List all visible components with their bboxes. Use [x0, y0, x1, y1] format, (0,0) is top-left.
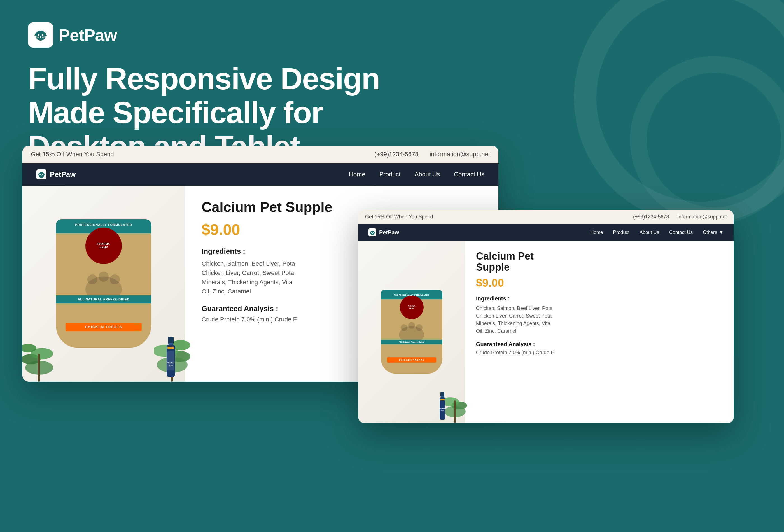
tablet-product-title: Calcium PetSupple [476, 251, 722, 273]
tablet-bag-freeze-dried-text: All Natural Freeze-Dried [384, 341, 440, 343]
tablet-bag-professionally-formulated: PROFESSIONALLY FORMULATED [394, 294, 429, 296]
svg-text:PHARMA: PHARMA [440, 408, 445, 409]
tablet-nav-brand: PetPaw [368, 228, 399, 236]
tablet-browser-mockup: Get 15% Off When You Spend (+99)1234-567… [358, 210, 734, 423]
svg-point-19 [99, 272, 109, 282]
tablet-contact-info: (+99)1234-5678 information@supp.net [633, 214, 727, 220]
bag-pharma-label: PHARMA HEMP [85, 228, 122, 264]
tablet-product-bag: PROFESSIONALLY FORMULATED PHARMA HEMP [381, 290, 442, 374]
tablet-product-image-area: PROFESSIONALLY FORMULATED PHARMA HEMP [358, 241, 465, 423]
svg-point-20 [110, 274, 120, 284]
svg-point-47 [408, 322, 415, 329]
svg-point-5 [40, 36, 41, 37]
tablet-nav-links: Home Product About Us Contact Us Others … [590, 230, 724, 235]
tablet-ingredients-text: Chicken, Salmon, Beef Liver, Pota Chicke… [476, 305, 722, 335]
svg-point-14 [39, 174, 40, 175]
bag-chicken-text: CHICKEN TREATS [68, 325, 139, 329]
svg-point-44 [372, 233, 373, 234]
dropper-bottle-desktop: PHARMA HEMP [162, 337, 179, 382]
tablet-bag-pharma-label: PHARMA HEMP [400, 296, 424, 319]
svg-rect-35 [167, 351, 174, 370]
desktop-topbar: Get 15% Off When You Spend (+99)1234-567… [22, 146, 498, 163]
tablet-bag-body [381, 319, 442, 342]
svg-point-4 [42, 34, 44, 36]
tablet-analysis-label: Guaranteed Analysis : [476, 341, 722, 347]
tablet-content: PROFESSIONALLY FORMULATED PHARMA HEMP [358, 241, 734, 423]
tablet-nav-brandname: PetPaw [379, 229, 399, 236]
svg-point-43 [373, 232, 374, 233]
bag-professionally-formulated: PROFESSIONALLY FORMULATED [75, 223, 132, 226]
desktop-phone: (+99)1234-5678 [374, 151, 418, 158]
svg-point-15 [42, 174, 44, 175]
tablet-bag-chicken-band: CHICKEN TREATS [387, 357, 436, 363]
desktop-nav-brandname: PetPaw [50, 170, 76, 179]
svg-rect-52 [454, 400, 456, 423]
svg-line-6 [35, 37, 39, 37]
desktop-nav-product[interactable]: Product [380, 171, 401, 178]
desktop-promo-text: Get 15% Off When You Spend [31, 151, 114, 158]
desktop-email: information@supp.net [429, 151, 490, 158]
tablet-navbar: PetPaw Home Product About Us Contact Us … [358, 224, 734, 241]
svg-line-7 [35, 37, 39, 38]
desktop-nav-home[interactable]: Home [349, 171, 365, 178]
dropper-bottle-tablet: PHARMA HEMP [437, 392, 448, 423]
svg-line-9 [42, 37, 46, 38]
svg-point-3 [38, 34, 39, 36]
desktop-product-bag: PROFESSIONALLY FORMULATED PHARMA HEMP [56, 219, 151, 348]
svg-point-42 [371, 232, 372, 233]
desktop-navbar: PetPaw Home Product About Us Contact Us [22, 163, 498, 186]
desktop-nav-aboutus[interactable]: About Us [415, 171, 440, 178]
svg-rect-34 [167, 347, 174, 349]
tablet-product-details: Calcium PetSupple $9.00 Ingredients : Ch… [465, 241, 734, 423]
tablet-email: information@supp.net [678, 214, 727, 220]
desktop-product-image-area: PROFESSIONALLY FORMULATED PHARMA HEMP [22, 186, 185, 382]
svg-line-8 [42, 37, 46, 37]
svg-text:HEMP: HEMP [169, 365, 173, 366]
plant-decoration-left [22, 326, 56, 382]
brand-name: PetPaw [59, 26, 117, 45]
svg-text:PHARMA: PHARMA [167, 362, 175, 364]
tablet-nav-contactus[interactable]: Contact Us [669, 230, 693, 235]
tablet-nav-others-dropdown[interactable]: Others ▼ [703, 230, 724, 235]
brand-area: PetPaw [28, 22, 117, 48]
brand-logo [28, 22, 53, 48]
chevron-down-icon: ▼ [719, 230, 724, 235]
svg-point-48 [416, 324, 422, 331]
svg-rect-56 [440, 399, 445, 400]
svg-point-46 [401, 324, 408, 331]
desktop-nav-brand: PetPaw [36, 169, 76, 179]
bag-freeze-dried-stripe: All Natural Freeze-Dried [56, 296, 151, 303]
svg-rect-53 [441, 392, 444, 397]
desktop-nav-links: Home Product About Us Contact Us [349, 171, 484, 178]
bag-chicken-band: CHICKEN TREATS [65, 323, 142, 331]
svg-point-16 [41, 175, 42, 176]
svg-rect-31 [168, 337, 174, 344]
tablet-topbar: Get 15% Off When You Spend (+99)1234-567… [358, 210, 734, 224]
tablet-ingredients-label: Ingredients : [476, 296, 722, 302]
tablet-promo-text: Get 15% Off When You Spend [365, 214, 433, 220]
tablet-bag-chicken-text: CHICKEN TREATS [388, 359, 435, 361]
tablet-analysis-text: Crude Protein 7.0% (min.),Crude F [476, 350, 722, 356]
tablet-nav-others-label: Others [703, 230, 717, 235]
svg-point-18 [87, 274, 97, 284]
desktop-contact-info: (+99)1234-5678 information@supp.net [374, 151, 490, 158]
desktop-nav-contactus[interactable]: Contact Us [454, 171, 484, 178]
tablet-nav-product[interactable]: Product [613, 230, 630, 235]
tablet-phone: (+99)1234-5678 [633, 214, 669, 220]
svg-rect-25 [38, 354, 40, 382]
tablet-bag-freeze-dried: All Natural Freeze-Dried [381, 340, 442, 344]
svg-text:HEMP: HEMP [441, 410, 444, 411]
tablet-nav-aboutus[interactable]: About Us [640, 230, 659, 235]
bag-freeze-dried-text: All Natural Freeze-Dried [60, 298, 147, 301]
tablet-nav-home[interactable]: Home [590, 230, 603, 235]
tablet-product-price: $9.00 [476, 277, 722, 289]
